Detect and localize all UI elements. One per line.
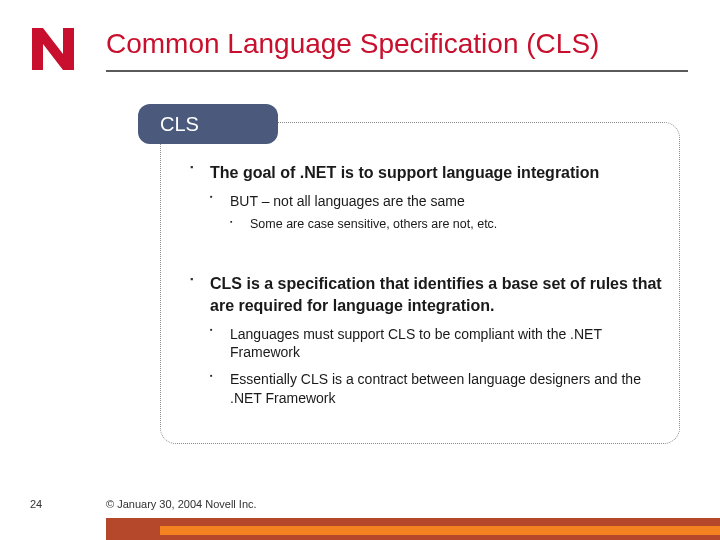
title-underline: [106, 70, 688, 72]
footer-bar-bright: [160, 526, 720, 535]
page-number: 24: [30, 498, 42, 510]
bullet-1-1: BUT – not all languages are the same Som…: [210, 192, 664, 234]
bullet-1: The goal of .NET is to support language …: [190, 162, 664, 233]
bullet-list: The goal of .NET is to support language …: [190, 162, 664, 418]
bullet-2: CLS is a specification that identifies a…: [190, 273, 664, 408]
slide-title: Common Language Specification (CLS): [106, 28, 599, 60]
bullet-1-1-1: Some are case sensitive, others are not,…: [230, 216, 664, 233]
bullet-2-1: Languages must support CLS to be complia…: [210, 325, 664, 363]
section-label-text: CLS: [160, 113, 199, 136]
section-label: CLS: [138, 104, 278, 144]
novell-logo: [28, 24, 78, 74]
copyright: © January 30, 2004 Novell Inc.: [106, 498, 257, 510]
bullet-2-2: Essentially CLS is a contract between la…: [210, 370, 664, 408]
